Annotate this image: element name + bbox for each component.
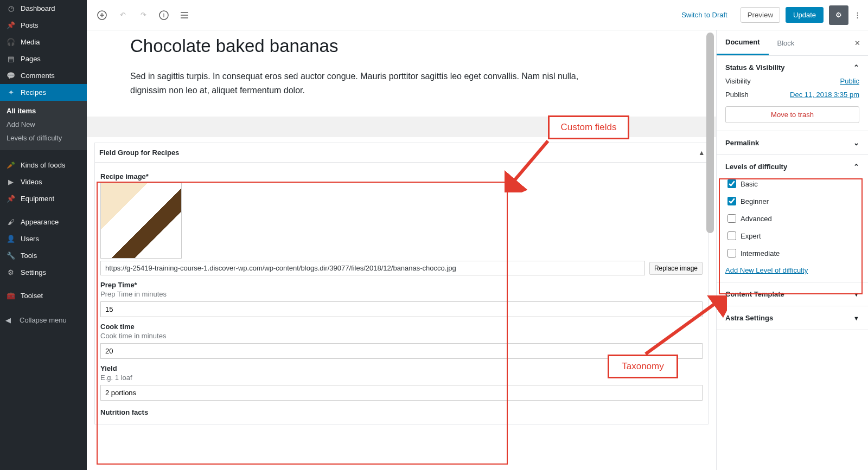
sidebar-item-label: Pages	[21, 55, 41, 63]
collapse-label: Collapse menu	[20, 316, 67, 324]
level-option-advanced[interactable]: Advanced	[725, 210, 859, 227]
post-body[interactable]: Sed in sagittis turpis. In consequat ero…	[130, 69, 608, 97]
recipe-image-url[interactable]	[100, 261, 645, 275]
sidebar-item-tools[interactable]: 🔧Tools	[0, 247, 87, 264]
sidebar-item-videos[interactable]: ▶Videos	[0, 173, 87, 190]
annotation-custom-fields-label: Custom fields	[548, 115, 629, 139]
chevron-down-icon: ▼	[853, 291, 859, 298]
status-visibility-header[interactable]: Status & Visibility ⌃	[725, 63, 859, 72]
sidebar-subitem-levels-of-difficulty[interactable]: Levels of difficulty	[0, 131, 87, 145]
post-title[interactable]: Chocolate baked bananas	[130, 36, 673, 56]
sidebar-item-posts[interactable]: 📌Posts	[0, 17, 87, 34]
settings-toggle[interactable]: ⚙	[829, 5, 848, 25]
add-block-button[interactable]	[92, 5, 112, 25]
close-panel-button[interactable]: ✕	[847, 39, 868, 47]
sidebar-subitem-all-items[interactable]: All items	[0, 104, 87, 118]
sidebar-item-appearance[interactable]: 🖌Appearance	[0, 214, 87, 230]
field-group-header[interactable]: Field Group for Recipes ▴	[94, 143, 709, 162]
sidebar-subitem-add-new[interactable]: Add New	[0, 118, 87, 131]
preview-button[interactable]: Preview	[741, 7, 780, 23]
sidebar-item-label: Equipment	[21, 195, 54, 203]
tab-block[interactable]: Block	[769, 31, 803, 55]
outline-button[interactable]	[175, 5, 194, 25]
sidebar-item-label: Recipes	[21, 88, 46, 96]
level-label: Intermediate	[741, 249, 780, 257]
switch-to-draft[interactable]: Switch to Draft	[676, 8, 733, 22]
gear-icon: ⚙	[835, 11, 842, 19]
level-checkbox[interactable]	[727, 214, 736, 223]
chevron-up-icon: ⌃	[853, 63, 859, 72]
level-option-intermediate[interactable]: Intermediate	[725, 244, 859, 262]
level-option-expert[interactable]: Expert	[725, 227, 859, 244]
level-checkbox[interactable]	[727, 249, 736, 257]
sidebar-item-label: Tools	[21, 252, 37, 260]
content-template-header[interactable]: Content Template ▼	[725, 290, 859, 298]
visibility-value[interactable]: Public	[840, 77, 859, 85]
tab-document[interactable]: Document	[717, 30, 769, 55]
level-label: Beginner	[741, 197, 769, 205]
sidebar-item-users[interactable]: 👤Users	[0, 230, 87, 247]
level-label: Expert	[741, 232, 761, 240]
sidebar-item-settings[interactable]: ⚙Settings	[0, 264, 87, 281]
admin-sidebar: ◷Dashboard📌Posts🎧Media▤Pages💬Comments✦Re…	[0, 0, 87, 470]
update-button[interactable]: Update	[786, 7, 824, 23]
dashboard-icon: ◷	[5, 4, 16, 12]
chevron-up-icon: ⌃	[853, 163, 859, 171]
carrot-icon: 🥕	[5, 161, 16, 169]
levels-header[interactable]: Levels of difficulty ⌃	[725, 163, 859, 171]
redo-button[interactable]: ↷	[133, 5, 153, 25]
sidebar-item-label: Users	[21, 235, 39, 243]
sidebar-item-dashboard[interactable]: ◷Dashboard	[0, 0, 87, 17]
star-icon: ✦	[5, 88, 16, 96]
collapse-menu[interactable]: ◀ Collapse menu	[0, 311, 87, 330]
sidebar-item-label: Posts	[21, 21, 39, 29]
toolset-icon: 🧰	[5, 292, 16, 300]
sidebar-item-label: Videos	[21, 178, 42, 186]
level-checkbox[interactable]	[727, 179, 736, 188]
prep-time-input[interactable]	[100, 301, 703, 317]
annotation-taxonomy-label: Taxonomy	[608, 355, 678, 378]
sidebar-item-recipes[interactable]: ✦Recipes	[0, 84, 87, 101]
user-icon: 👤	[5, 235, 16, 243]
move-to-trash-button[interactable]: Move to trash	[725, 106, 859, 123]
scrollbar-thumb[interactable]	[706, 33, 714, 233]
recipe-image-thumbnail[interactable]	[100, 183, 182, 259]
sidebar-item-label: Dashboard	[21, 4, 55, 12]
level-checkbox[interactable]	[727, 231, 736, 240]
chevron-up-icon: ▴	[700, 149, 704, 157]
level-checkbox[interactable]	[727, 197, 736, 205]
add-new-level-link[interactable]: Add New Level of difficulty	[725, 266, 808, 274]
svg-text:i: i	[163, 12, 164, 18]
video-icon: ▶	[5, 178, 16, 186]
visibility-label: Visibility	[725, 77, 751, 85]
cook-time-help: Cook time in minutes	[100, 332, 703, 340]
sidebar-item-pages[interactable]: ▤Pages	[0, 50, 87, 67]
sidebar-item-comments[interactable]: 💬Comments	[0, 67, 87, 84]
settings-icon: ⚙	[5, 268, 16, 276]
sidebar-item-label: Media	[21, 38, 40, 46]
pin-icon: 📌	[5, 21, 16, 29]
astra-settings-header[interactable]: Astra Settings ▼	[725, 314, 859, 322]
prep-time-label: Prep Time*	[100, 281, 703, 289]
sidebar-item-toolset[interactable]: 🧰Toolset	[0, 287, 87, 304]
level-option-basic[interactable]: Basic	[725, 175, 859, 192]
sidebar-item-equipment[interactable]: 📌Equipment	[0, 190, 87, 207]
chevron-down-icon: ⌄	[853, 139, 859, 147]
sidebar-item-media[interactable]: 🎧Media	[0, 34, 87, 50]
sidebar-item-kinds-of-foods[interactable]: 🥕Kinds of foods	[0, 157, 87, 173]
kebab-icon: ⋮	[854, 11, 861, 19]
more-menu[interactable]: ⋮	[852, 5, 863, 25]
info-button[interactable]: i	[154, 5, 174, 25]
publish-value[interactable]: Dec 11, 2018 3:35 pm	[790, 91, 859, 99]
level-option-beginner[interactable]: Beginner	[725, 192, 859, 210]
permalink-header[interactable]: Permalink ⌄	[725, 139, 859, 147]
recipe-image-label: Recipe image*	[100, 172, 703, 181]
undo-button[interactable]: ↶	[113, 5, 132, 25]
editor-main: Chocolate baked bananas Sed in sagittis …	[87, 30, 716, 470]
editor-topbar: ↶ ↷ i Switch to Draft Preview Update ⚙ ⋮	[87, 0, 868, 30]
sidebar-item-label: Appearance	[21, 218, 59, 226]
replace-image-button[interactable]: Replace image	[649, 262, 703, 275]
collapse-icon: ◀	[5, 316, 16, 324]
pin-icon: 📌	[5, 195, 16, 203]
yield-input[interactable]	[100, 385, 703, 401]
